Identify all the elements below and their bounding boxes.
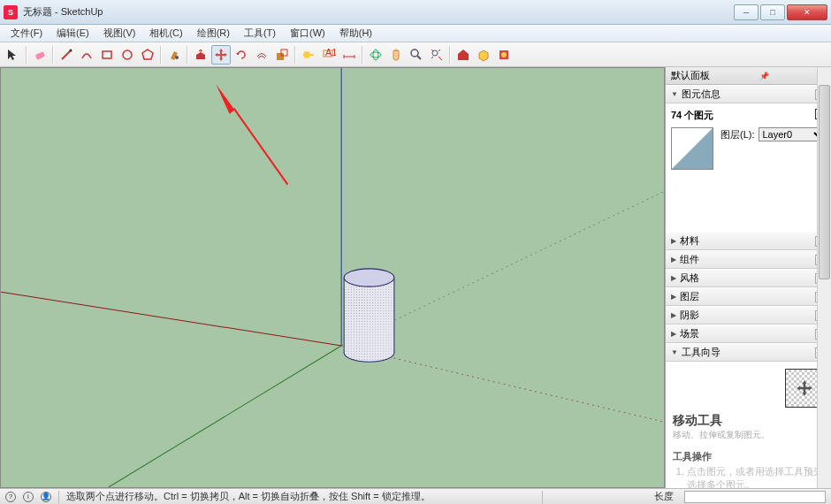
chevron-right-icon: ▶: [671, 256, 676, 263]
offset-tool[interactable]: [252, 45, 271, 65]
pin-icon[interactable]: 📌: [759, 72, 769, 80]
default-tray: 默认面板 📌 ✕ ▼ 图元信息 × 74 个图元 图层(L): Layer0 ▶…: [665, 67, 831, 488]
zoom-extents-tool[interactable]: [427, 45, 446, 65]
zoom-tool[interactable]: [407, 45, 426, 65]
toolbar: A1: [0, 42, 831, 67]
layer-label: 图层(L):: [720, 128, 755, 141]
text-tool[interactable]: A1: [319, 45, 339, 65]
chevron-right-icon: ▶: [671, 311, 676, 319]
chevron-down-icon: ▼: [671, 348, 678, 356]
menu-camera[interactable]: 相机(C): [142, 25, 189, 42]
section-components[interactable]: ▶组件×: [666, 250, 831, 269]
pan-tool[interactable]: [386, 45, 406, 65]
material-thumbnail[interactable]: [671, 127, 713, 170]
line-tool[interactable]: [57, 45, 76, 65]
tray-header[interactable]: 默认面板 📌 ✕: [666, 67, 831, 85]
svg-point-31: [344, 269, 394, 286]
rectangle-tool[interactable]: [97, 45, 117, 65]
menu-window[interactable]: 窗口(W): [283, 25, 332, 42]
polygon-tool[interactable]: [138, 45, 157, 65]
minimize-button[interactable]: ─: [734, 4, 759, 20]
chevron-right-icon: ▶: [671, 293, 676, 301]
info-icon[interactable]: i: [23, 492, 34, 502]
guide-subtitle: 移动、拉伸或复制图元。: [673, 429, 824, 441]
section-entity-info[interactable]: ▼ 图元信息 ×: [666, 85, 831, 103]
section-shadows[interactable]: ▶阴影×: [666, 306, 831, 325]
tray-scrollbar[interactable]: [817, 67, 831, 488]
length-label: 长度: [654, 490, 674, 503]
svg-point-4: [175, 56, 179, 59]
section-layers[interactable]: ▶图层×: [666, 287, 831, 306]
window-titlebar: S 无标题 - SketchUp ─ □ ✕: [0, 0, 831, 25]
status-bar: ? i 👤 选取两个点进行移动。Ctrl = 切换拷贝，Alt = 切换自动折叠…: [0, 488, 831, 504]
eraser-tool[interactable]: [30, 45, 50, 65]
guide-title: 移动工具: [673, 413, 824, 429]
scrollbar-thumb[interactable]: [819, 85, 830, 279]
guide-ops-heading: 工具操作: [673, 450, 824, 463]
svg-rect-28: [344, 278, 394, 353]
rotate-tool[interactable]: [232, 45, 251, 65]
svg-rect-8: [307, 54, 314, 56]
instructor-body: 移动工具 移动、拉伸或复制图元。 工具操作 点击图元，或者用选择工具预先选择多个…: [666, 362, 831, 488]
circle-tool[interactable]: [118, 45, 137, 65]
svg-point-16: [501, 52, 507, 57]
orbit-tool[interactable]: [366, 45, 385, 65]
svg-point-1: [70, 49, 72, 51]
chevron-right-icon: ▶: [671, 237, 676, 245]
menu-edit[interactable]: 编辑(E): [50, 25, 96, 42]
menu-draw[interactable]: 绘图(R): [190, 25, 237, 42]
menu-help[interactable]: 帮助(H): [332, 25, 379, 42]
chevron-right-icon: ▶: [671, 274, 676, 282]
chevron-right-icon: ▶: [671, 330, 676, 338]
menu-tools[interactable]: 工具(T): [237, 25, 283, 42]
window-title: 无标题 - SketchUp: [23, 5, 732, 19]
menu-bar: 文件(F) 编辑(E) 视图(V) 相机(C) 绘图(R) 工具(T) 窗口(W…: [0, 25, 831, 42]
svg-point-11: [370, 52, 381, 57]
pushpull-tool[interactable]: [191, 45, 210, 65]
status-hint: 选取两个点进行移动。Ctrl = 切换拷贝，Alt = 切换自动折叠，按住 Sh…: [66, 490, 431, 503]
entity-info-body: 74 个图元 图层(L): Layer0: [666, 103, 831, 232]
menu-view[interactable]: 视图(V): [96, 25, 143, 42]
tape-tool[interactable]: [299, 45, 318, 65]
app-icon: S: [4, 5, 18, 19]
arc-tool[interactable]: [77, 45, 96, 65]
component-tool[interactable]: [474, 45, 493, 65]
extension-tool[interactable]: [494, 45, 514, 65]
warehouse-tool[interactable]: [454, 45, 473, 65]
svg-text:A1: A1: [325, 48, 336, 57]
svg-rect-5: [277, 53, 284, 60]
guide-step: 点击图元，或者用选择工具预先选择多个图元。: [687, 465, 824, 488]
svg-rect-17: [1, 68, 663, 487]
viewport-3d[interactable]: [0, 67, 665, 488]
section-scenes[interactable]: ▶场景×: [666, 325, 831, 343]
user-icon[interactable]: 👤: [41, 492, 51, 502]
section-styles[interactable]: ▶风格×: [666, 269, 831, 287]
help-icon[interactable]: ?: [5, 492, 16, 502]
entity-count: 74 个图元: [671, 109, 713, 122]
layer-select[interactable]: Layer0: [759, 127, 827, 141]
section-instructor[interactable]: ▼工具向导×: [666, 343, 831, 362]
svg-rect-0: [35, 51, 46, 60]
paint-tool[interactable]: [164, 45, 184, 65]
svg-rect-2: [103, 51, 111, 58]
section-materials[interactable]: ▶材料×: [666, 232, 831, 250]
scale-tool[interactable]: [272, 45, 292, 65]
dimension-tool[interactable]: [339, 45, 359, 65]
measurement-input[interactable]: [684, 491, 826, 503]
svg-point-13: [411, 50, 418, 57]
select-tool[interactable]: [4, 45, 23, 65]
menu-file[interactable]: 文件(F): [4, 25, 50, 42]
svg-point-3: [123, 50, 132, 59]
svg-point-12: [373, 50, 378, 60]
move-tool[interactable]: [211, 45, 231, 65]
chevron-down-icon: ▼: [671, 90, 678, 98]
maximize-button[interactable]: □: [760, 4, 785, 20]
close-button[interactable]: ✕: [787, 4, 827, 20]
